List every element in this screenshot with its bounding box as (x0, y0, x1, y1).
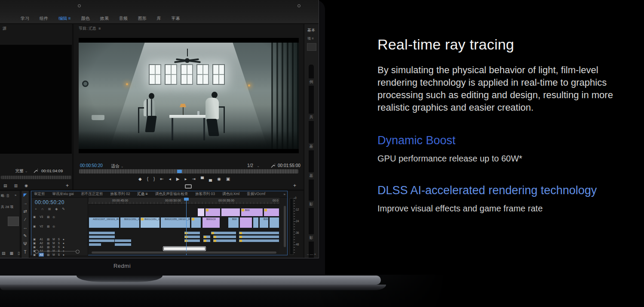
sequence-tab[interactable]: 汇总 (137, 192, 147, 197)
timeline-clip[interactable]: B001C0 (202, 217, 220, 228)
timeline-clip[interactable] (89, 243, 101, 246)
selection-tool-icon[interactable]: ◤ (21, 191, 29, 199)
workspace-tab[interactable]: 库 (157, 16, 161, 22)
step-forward-icon[interactable]: ▸ (185, 177, 187, 181)
ripple-edit-tool-icon[interactable]: ⇄ (21, 207, 29, 215)
program-scrubber[interactable] (79, 169, 298, 174)
project-clip-thumbnail[interactable] (8, 217, 19, 226)
sequence-tab[interactable]: 审定剪 (34, 192, 45, 197)
timeline-clip[interactable] (114, 243, 132, 246)
collapsed-panel-tab[interactable]: 基 (308, 172, 315, 180)
extract-icon[interactable]: ▄ (209, 177, 212, 181)
audio-track-header[interactable]: ▣ A2 ▤ M S ● (33, 241, 64, 245)
add-button-icon[interactable]: + (66, 183, 69, 189)
sequence-tab[interactable]: 调色及声音输出检查 (155, 192, 188, 197)
play-icon[interactable]: ▶ (176, 177, 180, 181)
timeline-playhead[interactable] (186, 198, 187, 255)
workspace-overflow-icon[interactable]: » (172, 16, 175, 20)
collapsed-panel-tab[interactable]: 例 (308, 78, 315, 86)
program-playhead[interactable] (177, 170, 182, 173)
timeline-clip[interactable] (264, 208, 279, 217)
settings-wrench-icon[interactable] (271, 164, 275, 168)
timeline-clip[interactable]: B00 (241, 208, 263, 217)
source-monitor-tab[interactable]: 源 (3, 26, 6, 31)
marker-icon[interactable]: ◆ (138, 177, 142, 181)
sequence-tab[interactable]: 调色出Xml (222, 192, 239, 197)
timeline-clip[interactable] (89, 239, 115, 242)
zoom-widget[interactable]: ‒—+ (307, 252, 317, 256)
track-select-tool-icon[interactable]: → (21, 199, 29, 207)
go-to-out-icon[interactable]: ⇥ (192, 177, 196, 181)
step-back-icon[interactable]: ◂ (169, 177, 171, 181)
mark-out-icon[interactable]: } (153, 177, 155, 181)
collapsed-panel-tab[interactable]: 影 (308, 201, 315, 208)
mark-in-icon[interactable]: { (147, 177, 148, 181)
track-height-slider[interactable] (36, 251, 79, 251)
pen-tool-icon[interactable]: ✎ (21, 232, 29, 240)
workspace-tab[interactable]: 图形 (138, 16, 147, 22)
mute-icon[interactable]: M (52, 242, 55, 245)
lock-icon[interactable]: ▣ (33, 245, 36, 249)
timeline-clip[interactable]: B001C051_13 (140, 217, 160, 228)
timeline-clip[interactable] (114, 239, 132, 242)
timeline-clip[interactable] (203, 235, 211, 239)
sequence-tabs-overflow-icon[interactable]: » (282, 192, 285, 196)
export-frame-icon[interactable]: ◉ (217, 177, 221, 181)
sequence-tab[interactable]: 审讯室xiu gai (52, 192, 74, 197)
sequence-tab[interactable]: 邪不压正定剪 (81, 192, 103, 197)
overwrite-icon[interactable]: ▥ (14, 183, 18, 188)
timeline-clip[interactable] (213, 235, 236, 239)
track-output-icon[interactable]: ▤ (47, 242, 49, 245)
sequence-tab[interactable]: 旅客序列 02 (110, 192, 130, 197)
timeline-clip[interactable] (205, 208, 221, 217)
timeline-clip[interactable] (239, 235, 279, 239)
solo-icon[interactable]: S (58, 253, 60, 256)
new-bin-icon[interactable]: ▤ (2, 251, 6, 255)
track-output-icon[interactable]: ▤ (47, 245, 49, 249)
timeline-clips-area[interactable]: B00 A001C007_190101_R1S (89, 205, 279, 253)
program-monitor-video[interactable] (79, 38, 299, 153)
workspace-tab[interactable]: 组件 (40, 16, 48, 22)
lock-icon[interactable]: ▣ (33, 242, 36, 245)
workspace-tab[interactable]: 颜色 (81, 16, 90, 22)
collapsed-panel-tab[interactable]: 基 (308, 143, 315, 150)
mic-icon[interactable]: ● (63, 238, 64, 241)
timeline-clip[interactable] (239, 239, 279, 242)
mute-icon[interactable]: M (52, 238, 55, 241)
lock-icon[interactable]: ▣ (33, 238, 36, 241)
workspace-tab[interactable]: 效果 (100, 16, 109, 22)
new-item-icon[interactable]: ▦ (10, 251, 14, 255)
scrubber-handle-left[interactable] (78, 4, 81, 7)
timeline-clip[interactable] (89, 231, 115, 235)
panel-overflow-icon[interactable]: » (15, 193, 16, 197)
timeline-clip[interactable] (89, 235, 115, 239)
solo-icon[interactable]: S (58, 242, 60, 245)
lift-icon[interactable]: ▀ (201, 177, 204, 181)
settings-wrench-icon[interactable] (34, 169, 38, 173)
track-output-icon[interactable]: ▤ (47, 238, 49, 241)
panel-menu-icon[interactable]: ≡ (98, 26, 101, 31)
button-editor-icon[interactable] (185, 184, 192, 189)
timeline-clip[interactable] (203, 239, 211, 242)
source-scrubber[interactable] (1, 176, 71, 179)
mute-icon[interactable]: M (52, 245, 55, 248)
timeline-clip[interactable]: B00 (259, 217, 269, 228)
timeline-clip[interactable] (239, 231, 279, 235)
mic-icon[interactable]: ● (63, 242, 64, 245)
workspace-tab[interactable]: 学习 (21, 16, 29, 22)
trash-icon[interactable]: ▯ (18, 251, 20, 255)
timeline-horizontal-scrollbar[interactable] (92, 251, 276, 254)
workspace-tab[interactable]: 音频 (119, 16, 128, 22)
comparison-view-icon[interactable]: ▣ (226, 177, 230, 181)
solo-icon[interactable]: S (58, 238, 60, 241)
mute-icon[interactable]: M (52, 253, 55, 256)
razor-tool-icon[interactable]: ∕ (21, 215, 29, 223)
source-zoom-select[interactable]: 完整 ⌄ (15, 168, 28, 174)
timeline-clip[interactable] (239, 217, 252, 228)
mic-icon[interactable]: ● (63, 245, 64, 248)
program-fit-select[interactable]: 适合 ⌄ (111, 163, 123, 169)
add-button-icon[interactable]: + (293, 183, 296, 189)
timeline-clip[interactable] (211, 231, 236, 235)
program-timecode[interactable]: 00:00:50:20 (80, 163, 103, 168)
mic-icon[interactable]: ● (63, 253, 64, 256)
